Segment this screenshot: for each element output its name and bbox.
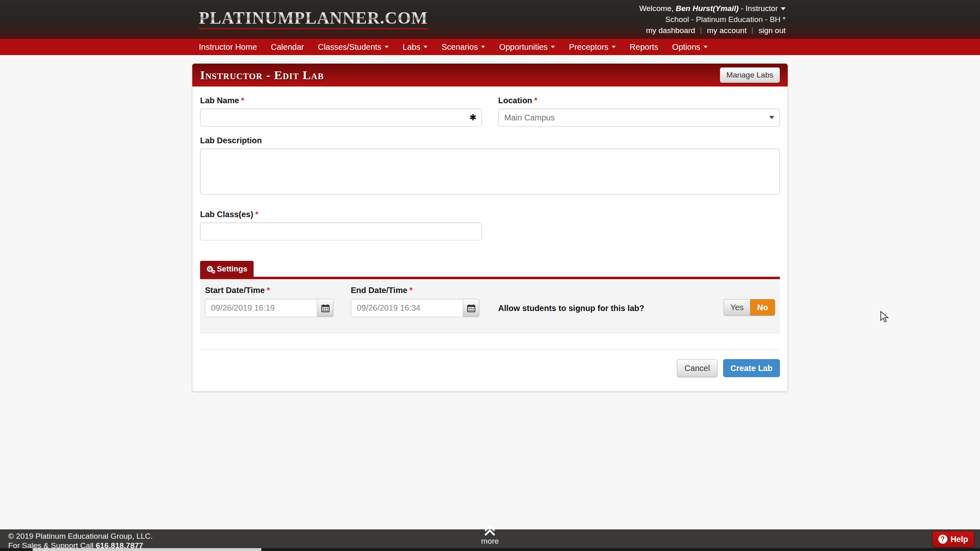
start-datetime-label: Start Date/Time* (205, 286, 334, 295)
copyright-text: © 2019 Platinum Educational Group, LLC. (8, 531, 153, 541)
nav-item-opportunities[interactable]: Opportunities (492, 39, 562, 55)
more-button[interactable]: more (472, 525, 508, 546)
horizontal-scrollbar[interactable] (0, 548, 980, 551)
tab-settings[interactable]: ⚙⚙ Settings (200, 261, 254, 277)
required-marker: * (410, 286, 413, 295)
main-area: Instructor - Edit Lab Manage Labs Lab Na… (0, 55, 980, 521)
signup-yes-button[interactable]: Yes (724, 299, 751, 315)
end-datetime-calendar-button[interactable] (463, 299, 479, 317)
create-lab-button[interactable]: Create Lab (723, 359, 780, 377)
lab-description-textarea[interactable] (200, 149, 780, 195)
page-title: Instructor - Edit Lab (200, 68, 324, 82)
help-button[interactable]: ? Help (932, 531, 974, 547)
nav-item-preceptors[interactable]: Preceptors (562, 39, 623, 55)
signup-toggle: Yes No (724, 299, 775, 315)
tab-settings-label: Settings (217, 264, 247, 273)
settings-panel: Start Date/Time* (200, 279, 780, 333)
card-header: Instructor - Edit Lab Manage Labs (192, 64, 788, 87)
separator (752, 27, 753, 34)
calendar-icon (321, 304, 330, 313)
user-role: - Instructor (739, 4, 778, 13)
lab-name-input[interactable] (200, 109, 482, 127)
question-circle-icon: ? (938, 535, 947, 544)
chevrons-up-icon (486, 525, 494, 534)
start-datetime-input[interactable] (205, 299, 317, 317)
my-dashboard-link[interactable]: my dashboard (646, 25, 695, 36)
required-marker: * (255, 210, 258, 219)
lab-name-label: Lab Name* (200, 96, 482, 105)
nav-item-reports[interactable]: Reports (623, 39, 665, 55)
help-label: Help (951, 535, 968, 544)
caret-down-icon (781, 7, 786, 10)
calendar-icon (467, 304, 476, 313)
separator (701, 27, 701, 34)
edit-lab-card: Instructor - Edit Lab Manage Labs Lab Na… (192, 63, 788, 392)
lab-description-label: Lab Description (200, 136, 780, 145)
nav-item-options[interactable]: Options (665, 39, 715, 55)
nav-item-classes-students[interactable]: Classes/Students (311, 39, 396, 55)
logo-text: PLATINUMPLANNER.COM (199, 9, 428, 29)
lab-classes-label: Lab Class(es)* (200, 210, 482, 219)
location-label: Location* (498, 96, 780, 105)
nav-item-calendar[interactable]: Calendar (264, 39, 311, 55)
end-datetime-input[interactable] (351, 299, 463, 317)
header-links: my dashboard my account sign out (639, 25, 786, 36)
required-marker: * (534, 96, 537, 105)
signup-no-button[interactable]: No (750, 299, 775, 315)
end-datetime-label: End Date/Time* (351, 286, 479, 295)
site-header: PLATINUMPLANNER.COM Welcome, Ben Hurst(Y… (0, 0, 980, 39)
nav-item-scenarios[interactable]: Scenarios (434, 39, 492, 55)
nav-item-instructor-home[interactable]: Instructor Home (192, 39, 264, 55)
sign-out-link[interactable]: sign out (758, 25, 786, 36)
my-account-link[interactable]: my account (707, 25, 746, 36)
nav-item-labs[interactable]: Labs (396, 39, 434, 55)
signup-question: Allow students to signup for this lab? (498, 304, 644, 313)
lab-classes-input[interactable] (200, 222, 482, 240)
welcome-prefix: Welcome, (639, 4, 675, 13)
location-select[interactable]: Main Campus (498, 109, 780, 127)
main-nav: Instructor Home Calendar Classes/Student… (0, 39, 980, 55)
start-datetime-calendar-button[interactable] (317, 299, 334, 317)
user-name: Ben Hurst(Ymail) (676, 4, 739, 13)
required-marker: * (267, 286, 270, 295)
manage-labs-button[interactable]: Manage Labs (720, 67, 780, 83)
required-marker: * (241, 96, 245, 105)
cancel-button[interactable]: Cancel (677, 359, 717, 377)
gears-icon: ⚙⚙ (206, 265, 214, 273)
school-line: School - Platinum Education - BH * (639, 14, 786, 25)
logo[interactable]: PLATINUMPLANNER.COM (192, 9, 428, 29)
scrollbar-thumb[interactable] (33, 548, 261, 551)
site-footer: © 2019 Platinum Educational Group, LLC. … (0, 529, 980, 551)
user-menu[interactable]: Welcome, Ben Hurst(Ymail) - Instructor (639, 3, 786, 14)
